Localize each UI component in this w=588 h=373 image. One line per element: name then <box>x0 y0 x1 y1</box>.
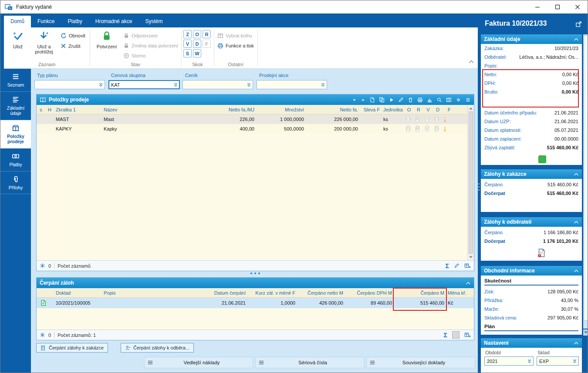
collapse-section-icon[interactable] <box>466 281 471 285</box>
collapse-section-icon[interactable] <box>574 269 579 273</box>
table-row[interactable]: 10/2021/100005 21.06.2021 1,0000 426 000… <box>37 298 474 308</box>
column-header-mena[interactable]: Měna kř. <box>446 290 470 296</box>
column-header-o[interactable]: O <box>404 107 414 112</box>
column-header-cerpano-netto[interactable]: Čerpáno netto M <box>297 290 345 296</box>
column-header-netto-fa[interactable]: Netto fa. <box>306 107 360 112</box>
dropdown-icon[interactable] <box>97 81 105 89</box>
freeze-icon[interactable] <box>40 263 45 269</box>
sidebar-item-platby[interactable]: Platby <box>0 148 31 171</box>
dropdown-icon[interactable] <box>319 81 327 89</box>
column-header-v[interactable]: V <box>423 107 433 112</box>
column-header-nazev[interactable]: Název <box>102 107 205 112</box>
tab-system[interactable]: Systém <box>139 16 169 27</box>
period-combobox[interactable]: 2021 <box>484 356 534 366</box>
scroll-up-icon[interactable] <box>468 105 474 111</box>
column-header-netto-mj[interactable]: Netto fa./MJ <box>205 107 256 112</box>
jump-v-button[interactable]: V <box>183 40 192 48</box>
vedlejsi-naklady-button[interactable]: Vedlejší náklady <box>144 357 253 368</box>
tab-domu[interactable]: Domů <box>4 16 31 27</box>
freeze-icon[interactable] <box>40 332 45 338</box>
jump-z-button[interactable]: Z <box>183 30 192 38</box>
copy-record-icon[interactable] <box>379 97 385 103</box>
items-vertical-scrollbar[interactable] <box>467 105 474 260</box>
column-header-cerpano-dph[interactable]: Čerpáno DPH M <box>345 290 394 296</box>
sidebar-item-prilohy[interactable]: Přílohy <box>0 171 31 195</box>
cenova-skupina-combobox[interactable]: KAT <box>108 80 180 89</box>
column-header-datum-cerpani[interactable]: Datum čerpání <box>206 290 247 296</box>
collapse-section-icon[interactable] <box>574 37 579 41</box>
column-header-jednotka[interactable]: Jednotka <box>382 107 404 112</box>
caret-up-icon[interactable] <box>361 97 365 102</box>
jump-d-button[interactable]: D <box>193 40 201 48</box>
column-header-doklad[interactable]: Doklad <box>54 290 102 296</box>
column-header-d[interactable]: D <box>433 107 443 112</box>
filter-box-button[interactable] <box>452 331 460 339</box>
jump-f-button[interactable]: F <box>203 40 211 48</box>
collapse-section-icon[interactable] <box>574 220 579 224</box>
column-header-kurz[interactable]: Kurz zál. v měně F <box>247 290 297 296</box>
sidebar-item-polozky-prodeje[interactable]: Položky prodeje <box>0 120 31 148</box>
seriova-cisla-button[interactable]: Sériová čísla <box>255 357 364 368</box>
scroll-thumb[interactable] <box>469 111 473 254</box>
dropdown-icon[interactable] <box>172 81 179 89</box>
chart-icon[interactable] <box>427 97 433 103</box>
collapse-section-icon[interactable] <box>574 341 579 345</box>
tab-funkce[interactable]: Funkce <box>31 16 61 27</box>
detach-panel-icon[interactable] <box>575 21 582 27</box>
collapse-ribbon-icon[interactable] <box>468 60 474 64</box>
detail-scroll-thumb[interactable] <box>584 35 588 321</box>
column-header-zkratka[interactable]: Zkratka 1 <box>54 107 102 112</box>
jump-s-button[interactable]: S <box>183 49 192 57</box>
vertical-splitter-handle[interactable] <box>478 183 480 191</box>
column-header-popis[interactable]: Popis <box>102 290 206 296</box>
add-grid-icon[interactable] <box>464 263 471 269</box>
jump-w-button[interactable]: W <box>193 49 201 57</box>
column-header-mnozstvi[interactable]: Množství <box>256 107 306 112</box>
print-icon[interactable] <box>417 97 423 103</box>
minimize-icon[interactable] <box>527 0 547 13</box>
add-grid-icon[interactable] <box>464 332 471 338</box>
dropdown-icon[interactable] <box>245 81 253 89</box>
scroll-down-icon[interactable] <box>468 254 474 260</box>
functions-print-button[interactable]: Funkce a tisk <box>217 43 254 49</box>
detail-scroll-down-icon[interactable] <box>583 329 588 336</box>
column-header-r[interactable]: R <box>414 107 423 112</box>
column-header-sleva-f[interactable]: Sleva F <box>360 107 382 112</box>
column-header-h[interactable]: H <box>45 107 54 112</box>
select-book-button[interactable]: Vybrat knihu <box>217 33 252 39</box>
warehouse-combobox[interactable]: EXP <box>537 356 579 366</box>
caret-down-icon[interactable] <box>352 97 357 102</box>
tab-platby[interactable]: Platby <box>61 16 88 27</box>
column-header-s[interactable]: s <box>37 107 45 112</box>
table-row[interactable]: MAST Mast 226,00 1 000,0000 226 000,00 k… <box>37 114 474 124</box>
change-confirm-date-button[interactable]: Změna data potvrzení <box>123 43 178 49</box>
typ-planu-combobox[interactable] <box>34 80 105 89</box>
collapse-section-icon[interactable] <box>574 172 579 176</box>
sidebar-item-zakladni-udaje[interactable]: Základní údaje <box>0 92 31 120</box>
cancel-button[interactable]: Zrušit <box>61 43 81 49</box>
jump-o-button[interactable]: O <box>193 30 201 38</box>
refresh-button[interactable]: Obnovit <box>61 33 85 39</box>
edit-icon[interactable] <box>398 97 404 103</box>
jump-r-button[interactable]: R <box>203 30 211 38</box>
document-alert-icon[interactable] <box>537 248 582 258</box>
new-record-icon[interactable] <box>369 97 375 103</box>
delete-icon[interactable] <box>408 97 413 103</box>
dropdown-icon[interactable] <box>571 359 578 364</box>
dropdown-icon[interactable] <box>526 359 533 364</box>
customer-advances-header[interactable]: Zálohy k odběrateli <box>481 217 582 227</box>
search-icon[interactable] <box>436 97 442 103</box>
confirm-button[interactable]: Potvrzení <box>94 30 120 49</box>
tab-hromadne-akce[interactable]: Hromadné akce <box>89 16 139 27</box>
cenik-combobox[interactable] <box>182 80 253 89</box>
table-row[interactable]: KAPKY Kapky 400,00 500,0000 200 000,00 k… <box>37 124 474 134</box>
save-and-view-button[interactable]: Ulož a prohlížej <box>29 30 59 54</box>
run-icon[interactable] <box>389 97 394 103</box>
save-button[interactable]: Ulož <box>7 30 28 49</box>
prodejni-akce-combobox[interactable] <box>257 80 327 89</box>
order-advances-header[interactable]: Zálohy k zakázce <box>481 169 582 179</box>
columns-icon[interactable] <box>446 97 452 103</box>
business-info-header[interactable]: Obchodní informace <box>481 266 582 276</box>
basic-info-header[interactable]: Základní údaje <box>481 34 582 44</box>
advance-to-customer-button[interactable]: Čerpání zálohy k odběra... <box>121 343 194 353</box>
